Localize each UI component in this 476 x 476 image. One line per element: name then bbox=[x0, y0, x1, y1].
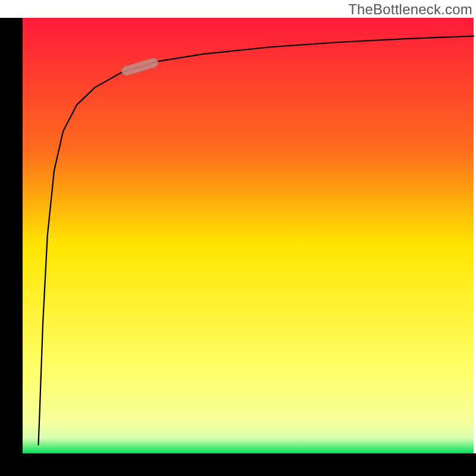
bottleneck-chart bbox=[0, 0, 476, 476]
axis-left bbox=[0, 18, 23, 476]
plot-background bbox=[23, 18, 474, 453]
axis-bottom bbox=[0, 453, 476, 476]
chart-frame: TheBottleneck.com bbox=[0, 0, 476, 476]
watermark-text: TheBottleneck.com bbox=[348, 1, 472, 18]
